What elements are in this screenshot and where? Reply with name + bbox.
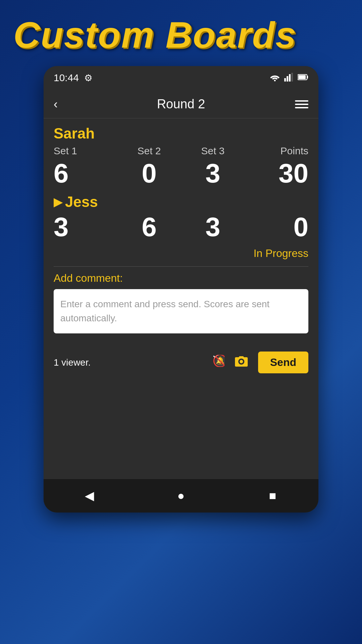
- serving-arrow-icon: ▶: [54, 195, 63, 209]
- player1-name: Sarah: [54, 125, 308, 142]
- player1-set2-score: 0: [117, 160, 181, 187]
- divider: [54, 266, 308, 267]
- send-button[interactable]: Send: [258, 352, 308, 373]
- player1-points: 30: [245, 160, 308, 187]
- svg-rect-6: [298, 75, 306, 79]
- nav-bar: ◀ ● ■: [44, 479, 318, 513]
- status-time: 10:44: [54, 72, 79, 84]
- player2-score-row: 3 6 3 0: [54, 214, 308, 240]
- player2-set1-score: 3: [54, 214, 117, 240]
- status-right: [269, 73, 308, 83]
- svg-rect-7: [307, 76, 308, 78]
- camera-button[interactable]: [235, 355, 248, 370]
- comment-label: Add comment:: [54, 272, 308, 284]
- mute-notifications-button[interactable]: 🔕: [213, 355, 225, 370]
- player2-name-row: ▶ Jess: [54, 194, 308, 210]
- gear-icon: ⚙: [84, 72, 93, 84]
- bottom-bar: 1 viewer. 🔕: [44, 347, 318, 378]
- comment-placeholder: Enter a comment and press send. Scores a…: [60, 297, 302, 325]
- nav-home-button[interactable]: ●: [168, 486, 194, 506]
- header-title: Round 2: [157, 97, 205, 111]
- player2-set3-score: 3: [181, 214, 245, 240]
- signal-icon: [284, 73, 294, 83]
- viewer-count: 1 viewer.: [54, 357, 91, 368]
- wifi-icon: [269, 73, 280, 83]
- menu-button[interactable]: [288, 100, 308, 108]
- player1-set1-score: 6: [54, 160, 117, 187]
- svg-rect-4: [291, 73, 293, 82]
- phone-frame: 10:44 ⚙: [44, 66, 318, 513]
- score-content: Sarah Set 1 Set 2 Set 3 Points 6 0 3 30 …: [44, 118, 318, 347]
- svg-point-10: [240, 360, 243, 363]
- svg-rect-1: [284, 78, 286, 82]
- set3-label: Set 3: [181, 145, 245, 157]
- svg-text:🔕: 🔕: [213, 355, 225, 367]
- action-icons: 🔕 Send: [213, 352, 308, 373]
- nav-back-button[interactable]: ◀: [76, 486, 103, 506]
- player2-points: 0: [245, 214, 308, 240]
- player2-name: Jess: [65, 194, 98, 210]
- battery-icon: [298, 74, 308, 82]
- in-progress-status: In Progress: [54, 247, 308, 260]
- set2-label: Set 2: [117, 145, 181, 157]
- status-left: 10:44 ⚙: [54, 72, 93, 84]
- svg-point-0: [274, 80, 276, 82]
- back-button[interactable]: ‹: [54, 97, 74, 111]
- sets-header: Set 1 Set 2 Set 3 Points: [54, 145, 308, 157]
- player2-set2-score: 6: [117, 214, 181, 240]
- extra-space: [44, 378, 318, 479]
- player1-score-row: 6 0 3 30: [54, 160, 308, 187]
- comment-input-area[interactable]: Enter a comment and press send. Scores a…: [54, 289, 308, 333]
- page-title: Custom Boards: [0, 13, 297, 56]
- svg-rect-3: [289, 74, 291, 82]
- points-label: Points: [245, 145, 308, 157]
- status-bar: 10:44 ⚙: [44, 66, 318, 87]
- svg-rect-2: [287, 76, 288, 82]
- nav-recent-button[interactable]: ■: [259, 486, 286, 506]
- set1-label: Set 1: [54, 145, 117, 157]
- player1-set3-score: 3: [181, 160, 245, 187]
- app-header: ‹ Round 2: [44, 90, 318, 118]
